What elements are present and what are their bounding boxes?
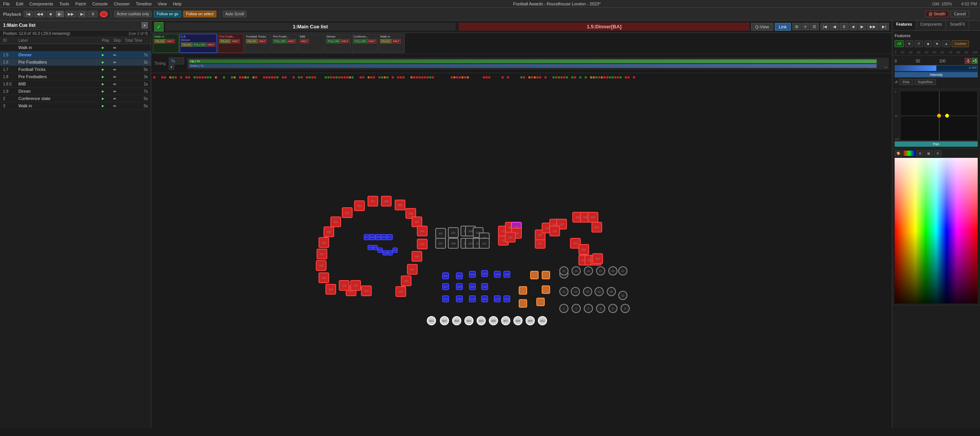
mini-rewind-button[interactable]: ◀	[830, 23, 839, 30]
cancel-button[interactable]: Cancel	[951, 11, 969, 17]
stealth-button[interactable]: @ Stealth	[925, 11, 949, 17]
prev-cue-button[interactable]: |◀	[24, 11, 33, 17]
fixture-316[interactable]: 316	[382, 250, 388, 256]
fixture-603[interactable]: 603	[452, 316, 461, 325]
fixture-502b[interactable]: 502	[578, 244, 589, 255]
fixture-311[interactable]: 311	[387, 234, 393, 240]
cue-row-1-9[interactable]: 1.9 Dinner ▶ ⏭ 7s	[0, 88, 151, 95]
fixture-338[interactable]: 338	[417, 226, 428, 236]
fixture-216[interactable]: 216	[503, 295, 510, 302]
fixture-6[interactable]: 6	[621, 304, 630, 313]
fixture-208[interactable]: 208	[456, 283, 463, 290]
menu-components[interactable]: Components	[29, 2, 53, 6]
cue-strip-prefootb1[interactable]: Pre Footb... PALMS HALT	[218, 34, 244, 53]
cue-strip-mib[interactable]: MIB HALT	[298, 34, 324, 53]
fixture-108[interactable]: 108	[448, 238, 459, 249]
fixture-area[interactable]: // Generate LED dots inline - handled be…	[151, 73, 892, 428]
fixture-340[interactable]: 340	[412, 251, 422, 262]
menu-help[interactable]: Help	[173, 2, 182, 6]
mini-prev-button[interactable]: |◀	[820, 23, 830, 30]
fixture-308[interactable]: 308	[369, 234, 376, 240]
tab-smartfx[interactable]: SmartFX	[946, 21, 969, 30]
tab-features[interactable]: Features	[892, 21, 916, 30]
fixture-324[interactable]: 324	[325, 284, 336, 295]
follow-on-go-button[interactable]: Follow on go	[154, 11, 181, 17]
fixture-14[interactable]: 14	[572, 266, 581, 275]
feature-rotate-button[interactable]: ↺	[915, 40, 923, 47]
next-cue-button[interactable]: ▶|	[78, 11, 87, 17]
link-button[interactable]: Link	[775, 23, 791, 31]
fine-button[interactable]: Fine	[899, 79, 913, 85]
timing-dropdown[interactable]: ▼	[169, 65, 174, 70]
fixture-215[interactable]: 215	[494, 295, 501, 302]
cue-strip-football-tricks[interactable]: Football Tricks PALMS HALT	[245, 34, 271, 53]
cue-row-1-5[interactable]: 1.5 Dinner ▶ ⏭ 7s	[0, 51, 151, 59]
fixture-322[interactable]: 322	[350, 280, 361, 291]
grid-view-button[interactable]: ⊞	[792, 23, 801, 30]
fixture-504b[interactable]: 504	[592, 253, 603, 264]
fixture-209[interactable]: 209	[469, 283, 476, 290]
fixture-309[interactable]: 309	[375, 234, 381, 240]
fixture-1b[interactable]: 1	[559, 304, 568, 313]
fixture-341[interactable]: 341	[407, 264, 418, 275]
fixture-405[interactable]: 405	[542, 285, 550, 294]
rewind-button[interactable]: ◀◀	[34, 11, 46, 17]
color-picker-area[interactable]	[895, 158, 978, 303]
fixture-102[interactable]: 102	[448, 227, 459, 238]
detail-view-button[interactable]: ☰	[810, 23, 819, 30]
fixture-17[interactable]: 17	[596, 266, 605, 275]
fixture-16[interactable]: 16	[584, 266, 593, 275]
menu-chooser[interactable]: Chooser	[114, 2, 130, 6]
fixture-401[interactable]: 401	[519, 299, 527, 308]
fixture-212[interactable]: 212	[456, 295, 463, 302]
fixture-503c[interactable]: 503	[588, 212, 598, 223]
intensity-bar-container[interactable]: ≥:100	[895, 65, 978, 71]
fixture-206[interactable]: 206	[503, 271, 510, 278]
refresh-icon[interactable]: ↺	[895, 80, 898, 84]
fixture-20[interactable]: 20	[607, 287, 616, 296]
fixture-333[interactable]: 333	[368, 196, 378, 207]
fixture-329[interactable]: 329	[323, 226, 334, 237]
fixture-112[interactable]: 112	[479, 238, 490, 249]
red-record-button[interactable]	[100, 11, 108, 17]
fixture-126[interactable]: 126	[505, 232, 516, 243]
cue-strip-prefootb2[interactable]: Pre Footb... FOLLOW HALT	[271, 34, 297, 53]
fixture-332[interactable]: 332	[354, 200, 365, 211]
fixture-339[interactable]: 339	[417, 239, 428, 249]
menu-tools[interactable]: Tools	[59, 2, 69, 6]
feature-diamond-button[interactable]: ◆	[924, 40, 932, 47]
cue-strip-dinner[interactable]: 1.5 Dinner PALMS FOLLOW HALT	[180, 34, 217, 53]
fixture-604[interactable]: 604	[464, 316, 474, 325]
fixture-606[interactable]: 606	[489, 316, 498, 325]
fixture-2[interactable]: 2	[572, 304, 581, 313]
fixture-343[interactable]: 343	[395, 286, 406, 297]
fixture-210[interactable]: 210	[481, 283, 488, 290]
tab-components[interactable]: Components	[916, 21, 946, 30]
cue-row-1-7[interactable]: 1.7 Football Tricks ▶ ⏭ 5s	[0, 66, 151, 73]
fixture-18[interactable]: 18	[595, 287, 604, 296]
fixture-11[interactable]: 11	[559, 287, 568, 296]
stop-button[interactable]: ■	[47, 11, 54, 17]
fixture-15[interactable]: 15	[583, 287, 592, 296]
fixture-4[interactable]: 4	[596, 304, 605, 313]
fixture-307[interactable]: 307	[364, 234, 370, 240]
menu-timeline[interactable]: Timeline	[136, 2, 152, 6]
menu-console[interactable]: Console	[92, 2, 108, 6]
mini-fast-forward-button[interactable]: ▶▶	[867, 23, 879, 30]
fixture-602[interactable]: 602	[440, 316, 449, 325]
menu-patch[interactable]: Patch	[75, 2, 86, 6]
superfine-button[interactable]: Superfine	[915, 79, 936, 85]
fixture-203[interactable]: 203	[469, 271, 476, 278]
fixture-504a[interactable]: 504	[591, 222, 602, 233]
fast-forward-button[interactable]: ▶▶	[65, 11, 77, 17]
auto-scroll-button[interactable]: Auto Scroll	[223, 11, 247, 17]
fixture-19[interactable]: 19	[608, 266, 617, 275]
fixture-310[interactable]: 310	[381, 234, 387, 240]
menu-edit[interactable]: Edit	[16, 2, 23, 6]
fixture-610[interactable]: 610	[538, 316, 547, 325]
color-settings-button[interactable]: ⚙	[934, 150, 941, 156]
fixture-608[interactable]: 608	[513, 316, 523, 325]
color-spectrum-strip[interactable]	[903, 151, 915, 156]
fixture-313[interactable]: 313	[368, 245, 373, 250]
fixture-107[interactable]: 107	[435, 238, 446, 249]
